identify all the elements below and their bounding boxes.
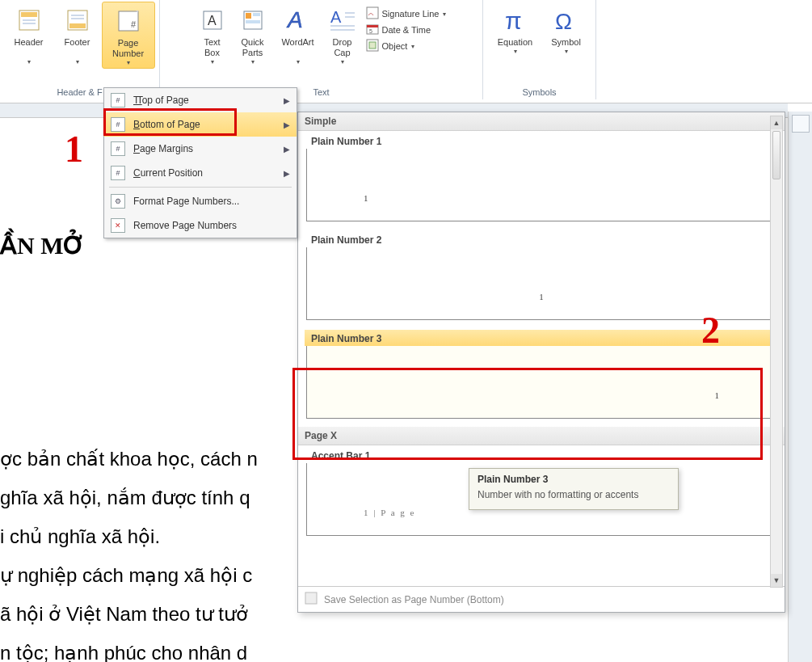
format-numbers-icon: ⚙: [111, 194, 125, 209]
group-label-header-footer: Header & F: [57, 86, 102, 99]
doc-line: ợc bản chất khoa học, cách n: [0, 440, 258, 479]
page-number-icon: #: [115, 7, 142, 35]
svg-rect-5: [69, 23, 86, 28]
chevron-down-icon: ▾: [27, 58, 31, 65]
signature-icon: [366, 6, 379, 21]
tooltip-plain-number-3: Plain Number 3 Number with no formatting…: [469, 468, 679, 510]
svg-rect-15: [253, 13, 260, 16]
menu-top-of-page[interactable]: # T . Top of Page ▶: [104, 88, 297, 112]
svg-rect-14: [246, 13, 251, 19]
scroll-thumb[interactable]: [772, 131, 780, 179]
wordart-icon: A: [284, 6, 312, 34]
menu-page-margins[interactable]: # Page Margins ▶: [104, 137, 297, 161]
svg-text:5: 5: [369, 28, 372, 34]
chevron-down-icon: ▾: [211, 58, 214, 65]
chevron-down-icon: ▾: [251, 58, 255, 65]
chevron-down-icon: ▾: [514, 48, 517, 55]
scroll-down-icon[interactable]: ▼: [771, 574, 782, 587]
doc-line: ghĩa xã hội, nắm được tính q: [0, 479, 258, 517]
svg-text:A: A: [286, 7, 303, 32]
svg-text:A: A: [208, 14, 217, 27]
scroll-up-icon[interactable]: ▲: [771, 116, 782, 129]
chevron-down-icon: ▾: [127, 59, 130, 66]
wordart-button[interactable]: A WordArt ▾: [274, 2, 322, 67]
menu-remove-page-numbers[interactable]: ✕ Remove Page Numbers: [104, 213, 297, 238]
gallery-preview: 1: [306, 149, 776, 221]
footer-icon: [64, 6, 91, 34]
quick-parts-icon: [239, 6, 267, 34]
svg-rect-31: [305, 592, 317, 604]
task-pane-toggle[interactable]: [792, 115, 810, 133]
menu-label: Page Margins: [133, 143, 284, 154]
doc-line: n tộc; hạnh phúc cho nhân d: [0, 634, 258, 662]
svg-text:Ω: Ω: [555, 9, 572, 34]
gallery-preview: 1: [306, 346, 776, 419]
menu-label: Format Page Numbers...: [133, 196, 290, 207]
object-button[interactable]: Object▾: [366, 39, 447, 53]
annotation-number-1: 1: [65, 128, 83, 171]
text-box-button[interactable]: A Text Box ▾: [193, 2, 232, 67]
menu-label: Top of Page: [142, 95, 284, 106]
svg-rect-1: [21, 12, 37, 17]
menu-label: Bottom of Page: [133, 119, 284, 130]
menu-current-position[interactable]: # Current Position ▶: [104, 161, 297, 185]
svg-rect-16: [246, 20, 260, 23]
remove-numbers-icon: ✕: [111, 218, 125, 233]
gallery-item-label: Plain Number 2: [305, 231, 778, 247]
gallery-category-pagex: Page X: [298, 427, 785, 445]
gallery-item-plain-number-2[interactable]: Plain Number 2 1: [305, 231, 778, 320]
object-icon: [366, 39, 379, 53]
chevron-down-icon: ▾: [76, 58, 79, 65]
date-time-button[interactable]: 5 Date & Time: [366, 23, 447, 37]
svg-text:#: #: [131, 19, 137, 29]
group-header-footer: Header ▾ Footer ▾ # Page Number ▾ Heade: [0, 0, 160, 99]
submenu-arrow-icon: ▶: [284, 96, 290, 105]
page-number-menu: # T . Top of Page ▶ # Bottom of Page ▶ #…: [103, 87, 297, 238]
footer-button[interactable]: Footer ▾: [53, 2, 102, 67]
symbol-button[interactable]: Ω Symbol ▾: [542, 2, 591, 57]
tooltip-body: Number with no formatting or accents: [478, 488, 670, 501]
text-box-icon: A: [199, 6, 226, 34]
page-margins-icon: #: [111, 141, 125, 156]
symbol-icon: Ω: [553, 6, 580, 34]
annotation-number-2: 2: [701, 309, 720, 352]
gallery-category-simple: Simple: [298, 112, 785, 131]
signature-line-button[interactable]: Signature Line▾: [366, 6, 447, 21]
gallery-foot-label: Save Selection as Page Number (Bottom): [324, 594, 504, 605]
menu-label: Current Position: [133, 167, 284, 179]
current-position-icon: #: [111, 166, 125, 180]
menu-bottom-of-page[interactable]: # Bottom of Page ▶: [104, 112, 297, 137]
equation-icon: π: [502, 6, 529, 34]
doc-line: ã hội ở Việt Nam theo tư tưở: [0, 595, 258, 634]
date-time-icon: 5: [366, 23, 379, 37]
save-selection-icon: [305, 592, 318, 607]
equation-button[interactable]: π Equation ▾: [489, 2, 542, 57]
group-label-symbols: Symbols: [522, 86, 556, 99]
menu-label: Remove Page Numbers: [133, 220, 290, 231]
header-icon: [15, 6, 43, 34]
page-number-gallery: Simple Plain Number 1 1 Plain Number 2 1…: [297, 112, 785, 613]
svg-text:A: A: [330, 8, 342, 26]
svg-rect-25: [367, 25, 378, 27]
gallery-item-plain-number-1[interactable]: Plain Number 1 1: [305, 133, 778, 221]
header-button[interactable]: Header ▾: [5, 2, 53, 67]
drop-cap-icon: A: [329, 6, 356, 34]
group-text: A Text Box ▾ Quick Parts ▾ A WordArt ▾: [160, 0, 483, 99]
quick-parts-button[interactable]: Quick Parts ▾: [232, 2, 274, 67]
menu-format-page-numbers[interactable]: ⚙ Format Page Numbers...: [104, 189, 297, 213]
submenu-arrow-icon: ▶: [284, 145, 290, 154]
page-top-icon: #: [111, 93, 125, 108]
page-bottom-icon: #: [111, 117, 125, 132]
page-number-button[interactable]: # Page Number ▾: [102, 2, 155, 69]
chevron-down-icon: ▾: [565, 48, 568, 55]
gallery-item-label: Plain Number 1: [305, 133, 778, 149]
svg-text:π: π: [505, 7, 522, 34]
doc-line: ự nghiệp cách mạng xã hội c: [0, 556, 258, 595]
svg-rect-28: [369, 42, 376, 48]
gallery-scrollbar[interactable]: ▲ ▼: [770, 116, 783, 588]
drop-cap-button[interactable]: A Drop Cap ▾: [322, 2, 363, 67]
group-symbols: π Equation ▾ Ω Symbol ▾ Symbols: [483, 0, 596, 99]
right-gutter: [788, 112, 812, 662]
document-heading-fragment: ẦN MỞ: [0, 231, 85, 259]
tooltip-title: Plain Number 3: [478, 474, 670, 485]
